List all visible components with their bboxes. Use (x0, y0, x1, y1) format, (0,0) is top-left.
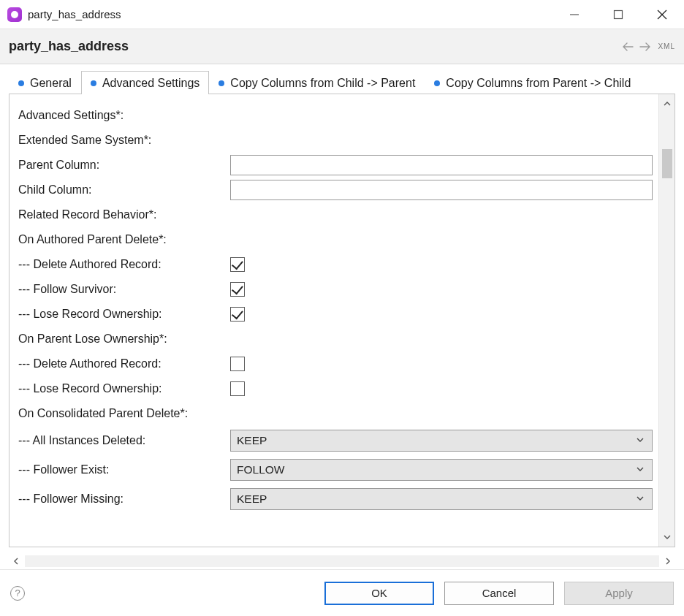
scrollbar-thumb[interactable] (662, 149, 672, 178)
row-oapd-delete-authored: --- Delete Authored Record: (18, 252, 653, 277)
label-related-record-behavior: Related Record Behavior*: (18, 208, 230, 221)
scroll-left-icon[interactable] (9, 554, 23, 569)
app-icon (7, 7, 22, 22)
label-ocpd-follower-missing: --- Follower Missing: (18, 484, 230, 514)
row-on-parent-lose-ownership: On Parent Lose Ownership*: (18, 327, 653, 351)
row-on-authored-parent-delete: On Authored Parent Delete*: (18, 227, 653, 252)
oplo-lose-ownership-checkbox[interactable] (230, 381, 245, 396)
maximize-icon (613, 9, 623, 20)
scroll-up-icon[interactable] (661, 97, 674, 110)
page-title: party_has_address (9, 39, 129, 54)
oapd-follow-survivor-checkbox[interactable] (230, 282, 245, 297)
label-parent-column: Parent Column: (18, 159, 230, 172)
minimize-button[interactable] (552, 0, 596, 29)
label-oplo-delete-authored: --- Delete Authored Record: (18, 357, 230, 370)
apply-button[interactable]: Apply (564, 582, 674, 605)
chevron-down-icon (636, 493, 645, 506)
tab-advanced-settings[interactable]: Advanced Settings (81, 71, 209, 94)
cancel-button[interactable]: Cancel (444, 582, 554, 605)
ocpd-follower-exist-select[interactable]: FOLLOW (230, 459, 653, 481)
header-band: party_has_address XML (0, 29, 684, 64)
tab-label: Copy Columns from Child -> Parent (230, 77, 415, 90)
tabstrip: General Advanced Settings Copy Columns f… (9, 70, 675, 94)
row-ocpd-all-instances: --- All Instances Deleted: KEEP (18, 426, 653, 455)
row-oplo-lose-ownership: --- Lose Record Ownership: (18, 376, 653, 401)
scroll-right-icon[interactable] (661, 554, 675, 569)
row-advanced-settings: Advanced Settings*: (18, 103, 653, 128)
footer: ? OK Cancel Apply (0, 569, 684, 616)
select-value: FOLLOW (237, 463, 284, 476)
arrow-right-icon (639, 42, 651, 52)
window-title: party_has_address (28, 8, 121, 20)
label-ocpd-follower-exist: --- Follower Exist: (18, 455, 230, 484)
tab-copy-parent-child[interactable]: Copy Columns from Parent -> Child (425, 71, 640, 94)
label-ocpd-all-instances: --- All Instances Deleted: (18, 426, 230, 455)
oplo-delete-authored-checkbox[interactable] (230, 357, 245, 371)
label-advanced-settings: Advanced Settings*: (18, 109, 230, 122)
arrow-left-icon (622, 42, 634, 52)
help-icon: ? (15, 588, 20, 598)
row-ocpd-follower-missing: --- Follower Missing: KEEP (18, 484, 653, 514)
label-child-column: Child Column: (18, 183, 230, 197)
row-related-record-behavior: Related Record Behavior*: (18, 202, 653, 227)
ok-button[interactable]: OK (324, 582, 434, 605)
tab-copy-child-parent[interactable]: Copy Columns from Child -> Parent (209, 71, 425, 94)
ocpd-all-instances-select[interactable]: KEEP (230, 430, 653, 452)
row-on-consolidated-parent-delete: On Consolidated Parent Delete*: (18, 401, 653, 426)
tab-label: Copy Columns from Parent -> Child (446, 77, 631, 90)
maximize-button[interactable] (596, 0, 640, 29)
label-oapd-delete-authored: --- Delete Authored Record: (18, 258, 230, 271)
scroll-down-icon[interactable] (661, 531, 674, 544)
row-ocpd-follower-exist: --- Follower Exist: FOLLOW (18, 455, 653, 484)
row-oapd-lose-ownership: --- Lose Record Ownership: (18, 302, 653, 327)
xml-view-button[interactable]: XML (658, 42, 675, 50)
nav-back-button[interactable] (620, 39, 636, 55)
tab-panel: Advanced Settings*: Extended Same System… (9, 94, 675, 547)
child-column-input[interactable] (230, 180, 653, 200)
oapd-lose-ownership-checkbox[interactable] (230, 307, 245, 322)
svg-rect-1 (615, 10, 623, 18)
vertical-scrollbar[interactable] (658, 94, 674, 547)
row-parent-column: Parent Column: (18, 153, 653, 178)
row-oapd-follow-survivor: --- Follow Survivor: (18, 277, 653, 302)
minimize-icon (569, 9, 580, 20)
chevron-down-icon (636, 434, 645, 447)
label-oapd-lose-ownership: --- Lose Record Ownership: (18, 308, 230, 321)
label-oapd-follow-survivor: --- Follow Survivor: (18, 283, 230, 296)
bullet-icon (91, 80, 96, 86)
row-extended-same-system: Extended Same System*: (18, 128, 653, 153)
oapd-delete-authored-checkbox[interactable] (230, 257, 245, 272)
bullet-icon (218, 80, 224, 86)
label-on-consolidated-parent-delete: On Consolidated Parent Delete*: (18, 407, 230, 420)
tab-label: Advanced Settings (102, 77, 200, 90)
label-extended-same-system: Extended Same System*: (18, 134, 230, 147)
close-button[interactable] (640, 0, 684, 29)
titlebar: party_has_address (0, 0, 684, 29)
form-scroll: Advanced Settings*: Extended Same System… (10, 94, 658, 547)
chevron-down-icon (636, 463, 645, 476)
nav-forward-button[interactable] (637, 39, 653, 55)
label-on-authored-parent-delete: On Authored Parent Delete*: (18, 233, 230, 246)
select-value: KEEP (237, 434, 267, 447)
bullet-icon (18, 80, 24, 86)
main-area: General Advanced Settings Copy Columns f… (0, 64, 684, 569)
label-oplo-lose-ownership: --- Lose Record Ownership: (18, 382, 230, 395)
hscroll-track[interactable] (25, 555, 659, 567)
close-icon (657, 9, 667, 20)
help-button[interactable]: ? (10, 586, 25, 601)
form-rows: Advanced Settings*: Extended Same System… (10, 94, 658, 520)
horizontal-scrollbar[interactable] (9, 553, 675, 569)
tab-general[interactable]: General (9, 71, 81, 94)
tab-label: General (30, 77, 72, 90)
row-child-column: Child Column: (18, 178, 653, 202)
row-oplo-delete-authored: --- Delete Authored Record: (18, 351, 653, 376)
select-value: KEEP (237, 493, 267, 506)
bullet-icon (434, 80, 440, 86)
ocpd-follower-missing-select[interactable]: KEEP (230, 488, 653, 510)
label-on-parent-lose-ownership: On Parent Lose Ownership*: (18, 332, 230, 346)
parent-column-input[interactable] (230, 155, 653, 175)
